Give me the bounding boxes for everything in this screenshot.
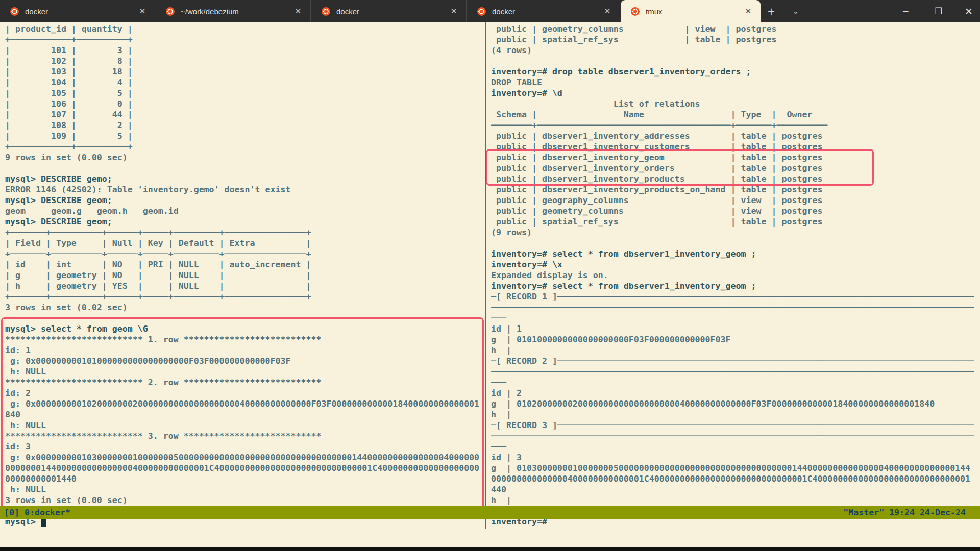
- terminal-line: ERROR 1146 (42S02): Table 'inventory.gem…: [5, 184, 484, 195]
- tab-bar-separator: [785, 5, 785, 17]
- terminal-line: g: 0x00000000010300000001000000050000000…: [5, 452, 484, 463]
- terminal-line: | product_id | quantity |: [5, 23, 484, 34]
- terminal-line: inventory=# \d: [491, 88, 974, 98]
- terminal-line: | h | geometry | YES | | NULL | |: [5, 281, 484, 291]
- terminal-line: id: 2: [5, 388, 484, 398]
- terminal-line: inventory=# \x: [491, 259, 974, 270]
- terminal-line: (4 rows): [491, 45, 974, 56]
- close-tab-icon[interactable]: ✕: [742, 5, 754, 17]
- ubuntu-icon: [631, 7, 640, 16]
- terminal-line: id: 1: [5, 345, 484, 356]
- terminal-line: [491, 56, 974, 66]
- terminal-line: 3 rows in set (0.02 sec): [5, 302, 484, 313]
- terminal-line: +────────────+──────────+: [5, 34, 484, 45]
- close-tab-icon[interactable]: ✕: [136, 5, 149, 17]
- tab-title: docker: [336, 7, 448, 16]
- postgres-pane[interactable]: public | geometry_columns | view | postg…: [491, 23, 974, 540]
- terminal-line: 000000000000000400000000000001C400000000…: [491, 473, 974, 484]
- terminal-line: +───────+──────────+──────+─────+───────…: [5, 248, 484, 259]
- close-tab-icon[interactable]: ✕: [601, 5, 614, 17]
- tab-docker-2[interactable]: docker ✕: [311, 0, 467, 22]
- terminal-line: h: NULL: [5, 420, 484, 431]
- terminal-line: 3 rows in set (0.00 sec): [5, 495, 484, 506]
- terminal-line: | 101 | 3 |: [5, 45, 484, 56]
- terminal-window: docker ✕ ~/work/debezium ✕ docker ✕ dock…: [0, 0, 980, 551]
- tab-title: tmux: [646, 7, 742, 16]
- screen-bottom-edge: [0, 547, 980, 551]
- terminal-line: h: NULL: [5, 484, 484, 495]
- terminal-line: | 107 | 44 |: [5, 109, 484, 120]
- terminal-line: h |: [491, 345, 974, 356]
- terminal-line: 440: [491, 484, 974, 495]
- terminal-line: | id | int | NO | PRI | NULL | auto_incr…: [5, 259, 484, 270]
- terminal-line: [5, 163, 484, 173]
- terminal-line: public | dbserver1_inventory_products_on…: [491, 184, 974, 195]
- terminal-line: +────────────+──────────+: [5, 141, 484, 152]
- tab-docker-1[interactable]: docker ✕: [0, 0, 155, 22]
- terminal-line: ─[ RECORD 2 ]───────────────────────────…: [491, 356, 974, 366]
- restore-button[interactable]: ❐: [927, 0, 949, 22]
- terminal-line: DROP TABLE: [491, 77, 974, 88]
- close-tab-icon[interactable]: ✕: [448, 5, 460, 17]
- terminal-line: id: 3: [5, 441, 484, 452]
- terminal-line: ───: [491, 313, 974, 323]
- terminal-line: | 106 | 0 |: [5, 98, 484, 109]
- terminal-line: 840: [5, 409, 484, 420]
- terminal-line: 00000000001440: [5, 473, 484, 484]
- terminal-line: public | dbserver1_inventory_customers |…: [491, 141, 974, 152]
- terminal-line: geom geom.g geom.h geom.id: [5, 206, 484, 216]
- terminal-line: Schema | Name | Type | Owner: [491, 109, 974, 120]
- terminal-line: ───: [491, 377, 974, 388]
- terminal-line: *************************** 3. row *****…: [5, 431, 484, 441]
- terminal-line: id | 2: [491, 388, 974, 398]
- terminal-line: [5, 313, 484, 323]
- terminal-line: *************************** 2. row *****…: [5, 377, 484, 388]
- minimize-button[interactable]: ─: [894, 0, 917, 22]
- tmux-session: | product_id | quantity |+────────────+─…: [0, 22, 980, 547]
- terminal-line: public | dbserver1_inventory_orders | ta…: [491, 163, 974, 173]
- terminal-line: g | 010200000002000000000000000000004000…: [491, 398, 974, 409]
- close-window-button[interactable]: ✕: [958, 0, 980, 22]
- terminal-line: mysql> DESCRIBE geom;: [5, 216, 484, 227]
- mysql-pane[interactable]: | product_id | quantity |+────────────+─…: [5, 23, 484, 540]
- ubuntu-icon: [166, 7, 175, 16]
- terminal-line: +───────+──────────+──────+─────+───────…: [5, 291, 484, 302]
- terminal-line: id | 1: [491, 323, 974, 334]
- tab-title: docker: [492, 7, 601, 16]
- terminal-line: | g | geometry | NO | | NULL | |: [5, 270, 484, 281]
- tmux-pane-divider[interactable]: [485, 22, 486, 529]
- terminal-line: | 103 | 18 |: [5, 66, 484, 77]
- tab-tmux-active[interactable]: tmux ✕: [621, 0, 761, 22]
- close-tab-icon[interactable]: ✕: [292, 5, 304, 17]
- ubuntu-icon: [10, 7, 19, 16]
- terminal-line: public | dbserver1_inventory_geom | tabl…: [491, 152, 974, 163]
- terminal-line: mysql> select * from geom \G: [5, 323, 484, 334]
- tab-list-chevron-icon[interactable]: ⌄: [787, 4, 804, 19]
- terminal-line: public | dbserver1_inventory_products | …: [491, 173, 974, 184]
- new-tab-button[interactable]: +: [763, 4, 780, 19]
- terminal-line: public | spatial_ref_sys | table | postg…: [491, 216, 974, 227]
- terminal-line: ────────+───────────────────────────────…: [491, 120, 974, 131]
- tab-debezium[interactable]: ~/work/debezium ✕: [156, 0, 311, 22]
- terminal-line: 9 rows in set (0.00 sec): [5, 152, 484, 163]
- terminal-line: +───────+──────────+──────+─────+───────…: [5, 227, 484, 238]
- terminal-line: h |: [491, 409, 974, 420]
- terminal-line: *************************** 1. row *****…: [5, 334, 484, 345]
- tmux-status-bar: [0] 0:docker* "Master" 19:24 24-Dec-24: [0, 506, 980, 519]
- terminal-line: | 102 | 8 |: [5, 56, 484, 66]
- terminal-line: ───: [491, 441, 974, 452]
- terminal-line: public | spatial_ref_sys | table | postg…: [491, 34, 974, 45]
- ubuntu-icon: [322, 7, 330, 16]
- tab-docker-3[interactable]: docker ✕: [467, 0, 620, 22]
- terminal-line: | 105 | 5 |: [5, 88, 484, 98]
- terminal-line: h |: [491, 495, 974, 506]
- terminal-line: | Field | Type | Null | Key | Default | …: [5, 238, 484, 248]
- terminal-line: | 109 | 5 |: [5, 131, 484, 141]
- terminal-line: mysql> DESCRIBE gemo;: [5, 173, 484, 184]
- tab-bar: docker ✕ ~/work/debezium ✕ docker ✕ dock…: [0, 0, 980, 22]
- tmux-host-clock: "Master" 19:24 24-Dec-24: [843, 506, 966, 519]
- terminal-line: inventory=# drop table dbserver1_invento…: [491, 66, 974, 77]
- terminal-line: g | 010300000001000000050000000000000000…: [491, 463, 974, 473]
- tmux-window-list: [0] 0:docker*: [4, 506, 70, 519]
- terminal-line: ────────────────────────────────────────…: [491, 431, 974, 441]
